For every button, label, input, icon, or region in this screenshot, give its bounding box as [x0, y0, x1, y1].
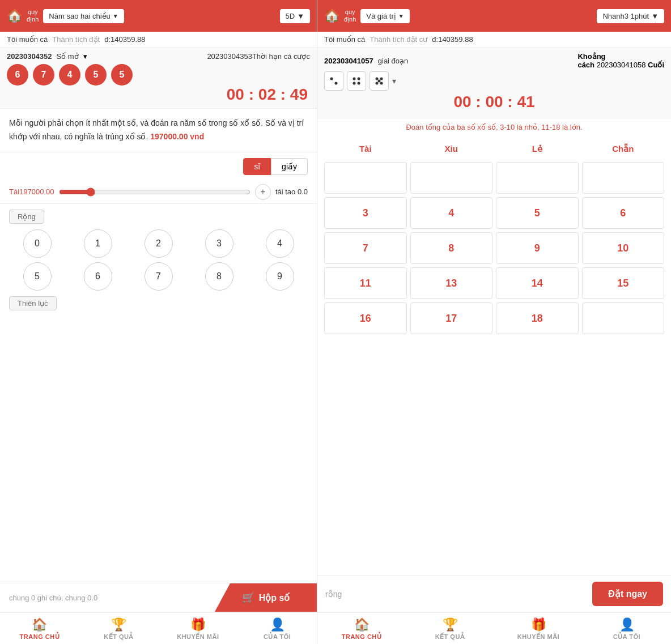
num-4[interactable]: 4 [266, 229, 294, 258]
left-thien-luc-btn[interactable]: Thiên lục [9, 296, 57, 310]
right-nav-promo[interactable]: 🎁 KHUYẾN MÃI [494, 613, 583, 644]
right-home-nav-label: TRANG CHỦ [342, 633, 382, 641]
cell-3-3[interactable]: 15 [582, 267, 665, 299]
left-home-nav-label: TRANG CHỦ [20, 633, 60, 641]
right-round-id: 202303041057 [324, 57, 373, 65]
cell-0-3[interactable] [582, 162, 665, 194]
right-home-nav-icon: 🏠 [354, 617, 370, 632]
right-header: 🏠 quy định Và giá trị ▼ Nhanh3 1phút ▼ [317, 0, 671, 32]
num-9[interactable]: 9 [266, 262, 294, 291]
right-muon-ca: Tôi muốn cá [324, 35, 365, 44]
ball-5: 5 [111, 64, 133, 86]
right-nav-result[interactable]: 🏆 KẾT QUẢ [406, 613, 494, 644]
right-game-dropdown[interactable]: Và giá trị ▼ [360, 9, 409, 23]
cart-icon: 🛒 [242, 591, 254, 604]
left-header: 🏠 quy định Năm sao hai chiều ▼ 5D ▼ [0, 0, 317, 32]
left-rong-btn[interactable]: Rộng [9, 210, 44, 224]
right-nav-profile[interactable]: 👤 CỦA TÔI [583, 613, 671, 644]
right-result-nav-icon: 🏆 [443, 617, 458, 632]
cell-4-1[interactable]: 17 [410, 302, 493, 334]
left-hop-so-btn[interactable]: 🛒 Hộp số [215, 583, 317, 612]
num-1[interactable]: 1 [84, 229, 112, 258]
unit-giay-btn[interactable]: giấy [271, 158, 308, 175]
cell-1-1[interactable]: 4 [410, 197, 493, 229]
ball-1: 6 [7, 64, 28, 86]
right-dat-ngay-btn[interactable]: Đặt ngay [592, 582, 663, 606]
left-home-icon[interactable]: 🏠 [7, 8, 22, 23]
left-game-code-btn[interactable]: 5D ▼ [280, 9, 311, 23]
left-timer: 00 : 02 : 49 [7, 86, 310, 104]
unit-si-btn[interactable]: sĩ [243, 158, 271, 175]
cell-2-1[interactable]: 8 [410, 232, 493, 264]
cell-0-0[interactable] [324, 162, 407, 194]
left-bottom-nav: 🏠 TRANG CHỦ 🏆 KẾT QUẢ 🎁 KHUYẾN MÃI 👤 CỦA… [0, 612, 317, 644]
cell-0-1[interactable] [410, 162, 493, 194]
left-refresh-label: tái tao 0.0 [275, 187, 308, 196]
cell-1-2[interactable]: 5 [496, 197, 579, 229]
cell-4-3[interactable] [582, 302, 665, 334]
left-bottom-bar: chung 0 ghi chú, chung 0.0 🛒 Hộp số [0, 583, 317, 612]
cell-0-2[interactable] [496, 162, 579, 194]
col-tai: Tài [324, 139, 407, 159]
right-bet-grid-header: Tài Xiu Lẻ Chẵn [324, 139, 664, 159]
left-round-dropdown[interactable]: ▾ [83, 52, 87, 61]
cell-2-0[interactable]: 7 [324, 232, 407, 264]
left-add-btn[interactable]: + [255, 184, 271, 200]
svg-point-8 [378, 80, 381, 83]
left-round-id: 20230304352 [7, 52, 52, 61]
left-promo-nav-icon: 🎁 [190, 617, 206, 632]
right-round-label: giai đoạn [378, 57, 409, 65]
cell-2-2[interactable]: 9 [496, 232, 579, 264]
left-game-round: 20230304352 Số mở ▾ 20230304353Thời hạn … [0, 48, 317, 109]
right-balance: đ:140359.88 [432, 35, 473, 44]
right-round-dropdown[interactable]: ▾ [392, 76, 396, 86]
left-round-next: 20230304353Thời hạn cá cược [207, 52, 310, 61]
left-nav-home[interactable]: 🏠 TRANG CHỦ [0, 613, 79, 644]
right-home-icon[interactable]: 🏠 [324, 8, 339, 23]
left-balls-row: 6 7 4 5 5 [7, 64, 310, 86]
left-nav-promo[interactable]: 🎁 KHUYẾN MÃI [159, 613, 238, 644]
right-bottom-bar: rỗng Đặt ngay [317, 575, 671, 612]
right-hint: Đoán tổng của ba số xổ số, 3-10 là nhỏ, … [317, 118, 671, 136]
svg-point-10 [380, 82, 383, 85]
right-thanh-tich: Thành tích đặt cư [370, 35, 427, 44]
num-5[interactable]: 5 [23, 262, 52, 291]
right-bottom-nav: 🏠 TRANG CHỦ 🏆 KẾT QUẢ 🎁 KHUYẾN MÃI 👤 CỦA… [317, 612, 671, 644]
left-panel: 🏠 quy định Năm sao hai chiều ▼ 5D ▼ Tôi … [0, 0, 317, 644]
cell-3-0[interactable]: 11 [324, 267, 407, 299]
num-2[interactable]: 2 [145, 229, 173, 258]
cell-2-3[interactable]: 10 [582, 232, 665, 264]
col-le: Lẻ [496, 139, 579, 159]
left-nav-result[interactable]: 🏆 KẾT QUẢ [79, 613, 159, 644]
ball-3: 4 [59, 64, 80, 86]
left-description: Mỗi người phải chọn ít nhất một số, và đ… [0, 109, 317, 152]
cell-1-3[interactable]: 6 [582, 197, 665, 229]
cell-4-2[interactable]: 18 [496, 302, 579, 334]
svg-point-5 [358, 82, 360, 85]
num-6[interactable]: 6 [84, 262, 112, 291]
left-bet-slider[interactable] [59, 187, 250, 197]
left-round-label: Số mở [57, 52, 79, 61]
left-quy-dinh: quy định [27, 8, 39, 23]
num-3[interactable]: 3 [205, 229, 233, 258]
left-summary: chung 0 ghi chú, chung 0.0 [0, 586, 215, 610]
left-desc-highlight: 197000.00 vnd [150, 132, 204, 141]
cell-4-0[interactable]: 16 [324, 302, 407, 334]
left-bet-label: Tài197000.00 [9, 187, 54, 196]
col-xiu: Xiu [410, 139, 493, 159]
right-nav-home[interactable]: 🏠 TRANG CHỦ [317, 613, 406, 644]
left-result-nav-icon: 🏆 [111, 617, 126, 632]
cell-3-1[interactable]: 13 [410, 267, 493, 299]
num-7[interactable]: 7 [145, 262, 173, 291]
left-bet-amount-row: Tài197000.00 + tái tao 0.0 [0, 181, 317, 204]
num-0[interactable]: 0 [23, 229, 52, 258]
left-nav-profile[interactable]: 👤 CỦA TÔI [237, 613, 317, 644]
left-number-grid: 0 1 2 3 4 5 6 7 8 9 [9, 229, 308, 291]
cell-1-0[interactable]: 3 [324, 197, 407, 229]
num-8[interactable]: 8 [205, 262, 233, 291]
left-game-dropdown[interactable]: Năm sao hai chiều ▼ [43, 9, 124, 23]
right-speed-btn[interactable]: Nhanh3 1phút ▼ [597, 9, 664, 23]
dice-2 [347, 71, 366, 91]
right-khoang-cach: Khoảngcách 202303041058 Cuối [577, 52, 664, 69]
cell-3-2[interactable]: 14 [496, 267, 579, 299]
